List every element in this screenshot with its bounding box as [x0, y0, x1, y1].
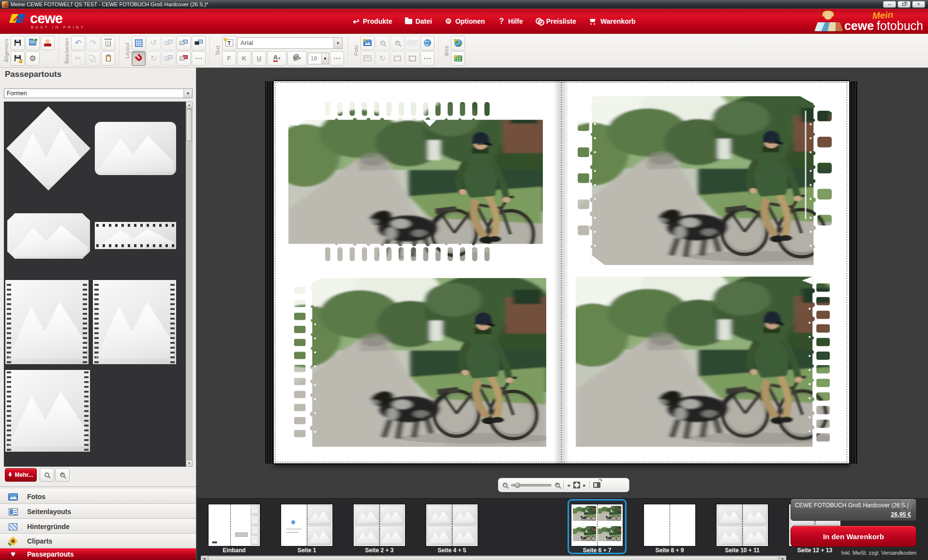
passepartout-grunge-film-1[interactable]: [5, 280, 89, 364]
photo-opt-button[interactable]: OPT: [405, 36, 419, 50]
cut-button[interactable]: ✂: [71, 51, 85, 66]
menu-datei[interactable]: Datei: [405, 9, 432, 34]
web-table-button[interactable]: ★: [451, 51, 465, 66]
scroll-left-icon[interactable]: ◂: [201, 556, 208, 560]
passepartout-ticket[interactable]: [7, 213, 90, 259]
scrollbar-thumb[interactable]: [186, 109, 192, 141]
apply-layout-button[interactable]: [177, 36, 191, 50]
rotate-right-button[interactable]: ↻: [147, 51, 161, 66]
thumb-seite-1[interactable]: [281, 504, 332, 546]
delete-button[interactable]: [101, 36, 115, 50]
paste-button[interactable]: [101, 51, 115, 66]
menu-label: Datei: [416, 17, 432, 25]
save-as-button[interactable]: [11, 51, 25, 66]
photo-page6-top[interactable]: [288, 98, 543, 266]
menu-optionen[interactable]: ⚙ Optionen: [445, 9, 485, 34]
passepartout-rounded-rect[interactable]: [95, 122, 176, 175]
undo-button[interactable]: ↶: [71, 36, 85, 50]
more-passepartouts-button[interactable]: Mehr...: [5, 468, 37, 482]
close-button[interactable]: ×: [912, 1, 925, 8]
scroll-right-icon[interactable]: ▸: [779, 556, 786, 560]
zoom-slider-handle[interactable]: [515, 483, 520, 488]
copy-button[interactable]: [86, 51, 100, 66]
menu-hilfe[interactable]: ? Hilfe: [497, 9, 523, 34]
bold-button[interactable]: F: [222, 51, 236, 66]
grid-button[interactable]: [132, 36, 146, 50]
scroll-down-icon[interactable]: ▾: [186, 460, 193, 467]
passepartout-filmstrip[interactable]: [95, 222, 176, 249]
redo-button[interactable]: ↷: [86, 36, 100, 50]
photo-page7-top[interactable]: [576, 96, 835, 265]
photo-pair-button[interactable]: [360, 51, 374, 66]
sidebar-item-cliparts[interactable]: Cliparts: [0, 534, 196, 548]
rotate-left-button[interactable]: ↺: [147, 36, 161, 50]
passepartout-grunge-film-3[interactable]: [5, 370, 90, 452]
italic-button[interactable]: K: [237, 51, 251, 66]
pages-scrollbar[interactable]: ◂ ▸: [201, 556, 786, 560]
magnet-snap-button[interactable]: [132, 51, 146, 66]
font-family-select[interactable]: Arial ▾: [237, 37, 343, 49]
price-link[interactable]: 26,95 €: [891, 511, 911, 518]
photo-page6-bottom[interactable]: [288, 278, 546, 447]
layout-red-button[interactable]: [177, 51, 191, 66]
size-dropdown-icon[interactable]: ▾: [321, 53, 329, 64]
thumb-seite-6-7-selected[interactable]: [571, 504, 623, 546]
photo-rotate-button[interactable]: ↻: [375, 51, 389, 66]
add-photo-button[interactable]: ★: [360, 36, 374, 50]
add-to-cart-button[interactable]: In den Warenkorb: [791, 526, 916, 547]
previous-spread-icon[interactable]: ◂: [567, 482, 570, 488]
thumb-zoom-out-button[interactable]: [40, 468, 54, 482]
photo-zoom-in-button[interactable]: +: [390, 36, 404, 50]
next-spread-icon[interactable]: ▸: [584, 482, 586, 488]
menu-warenkorb[interactable]: Warenkorb: [589, 9, 636, 34]
thumb-zoom-in-button[interactable]: +: [55, 468, 70, 482]
fit-to-window-icon[interactable]: [573, 482, 580, 488]
menu-preisliste[interactable]: Preisliste: [536, 9, 576, 34]
photo-border-button[interactable]: [405, 51, 419, 66]
menu-produkte[interactable]: ↩ Produkte: [352, 9, 392, 34]
thumb-seite-10-11[interactable]: [717, 504, 768, 546]
web-globe-button[interactable]: ★: [451, 36, 465, 50]
sidebar-item-fotos[interactable]: Fotos: [0, 489, 196, 504]
faces-button[interactable]: [420, 36, 434, 50]
sidebar-item-passepartouts[interactable]: ♥ Passepartouts: [0, 548, 196, 560]
add-text-button[interactable]: T★: [222, 36, 236, 50]
font-size-select[interactable]: 16 ▾: [308, 53, 329, 64]
scroll-up-icon[interactable]: ▴: [186, 102, 193, 108]
passepartout-grunge-film-2[interactable]: [93, 280, 176, 364]
shape-category-select[interactable]: Formen ▾: [4, 88, 193, 98]
save-layout-button[interactable]: [192, 36, 206, 50]
passepartout-diamond[interactable]: [6, 106, 90, 191]
bring-forward-button[interactable]: [162, 51, 176, 66]
photo-page7-bottom[interactable]: [576, 277, 836, 447]
thumb-seite-2-3[interactable]: [354, 504, 405, 546]
sidebar-item-seitenlayouts[interactable]: Seitenlayouts: [0, 504, 196, 519]
zoom-in-icon[interactable]: +: [555, 483, 560, 487]
thumb-seite-8-9[interactable]: [644, 504, 695, 546]
send-backward-button[interactable]: [162, 36, 176, 50]
thumb-einband[interactable]: [209, 504, 260, 546]
minimize-button[interactable]: –: [883, 1, 896, 8]
restore-button[interactable]: [898, 1, 911, 8]
pages-scrollbar-thumb[interactable]: [208, 556, 779, 560]
settings-button[interactable]: ⚙: [26, 51, 40, 66]
shapes-scrollbar[interactable]: ▴ ▾: [186, 102, 193, 467]
text-more-button[interactable]: ⋯: [330, 51, 344, 66]
zoom-out-icon[interactable]: −: [503, 483, 508, 487]
category-dropdown-icon[interactable]: ▾: [183, 89, 192, 98]
font-color-button[interactable]: A▾: [267, 51, 286, 66]
save-button[interactable]: [11, 36, 25, 50]
photo-more-button[interactable]: ⋯: [420, 51, 434, 66]
zoom-slider[interactable]: [511, 484, 552, 486]
font-dropdown-icon[interactable]: ▾: [333, 38, 342, 48]
photo-frame-button[interactable]: [390, 51, 404, 66]
open-button[interactable]: [26, 36, 40, 50]
sidebar-item-hintergruende[interactable]: Hintergründe: [0, 519, 196, 534]
layout-more-button[interactable]: ⋯: [192, 51, 206, 66]
photo-zoom-out-button[interactable]: −: [375, 36, 389, 50]
rotate-spread-icon[interactable]: ↷: [593, 482, 600, 488]
thumb-seite-4-5[interactable]: [426, 504, 478, 546]
profile-button[interactable]: [41, 36, 55, 50]
underline-button[interactable]: U: [252, 51, 266, 66]
fill-color-button[interactable]: ▾: [287, 51, 307, 66]
